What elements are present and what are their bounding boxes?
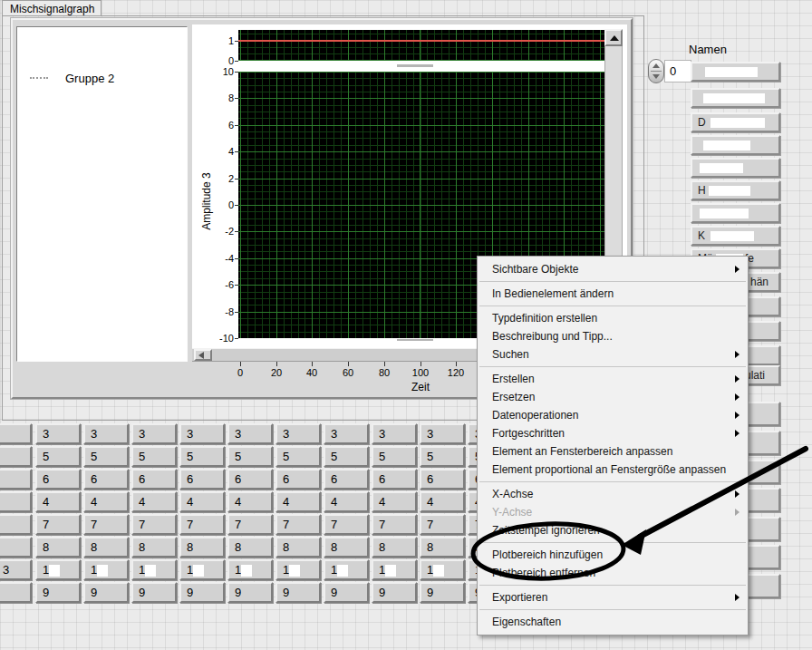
numeric-cell[interactable]: 5 xyxy=(227,446,273,467)
name-string-field[interactable]: H xyxy=(691,180,780,200)
numeric-cell[interactable]: 4 xyxy=(35,491,81,512)
numeric-cell[interactable]: 3 xyxy=(179,423,225,444)
numeric-cell[interactable] xyxy=(0,537,32,558)
menu-item-exportieren[interactable]: Exportieren xyxy=(478,588,748,606)
menu-item-datenoperationen[interactable]: Datenoperationen xyxy=(478,406,748,424)
numeric-cell[interactable]: 9 xyxy=(83,582,129,603)
numeric-cell[interactable]: 4 xyxy=(420,491,465,512)
numeric-cell[interactable]: 3 xyxy=(35,423,81,444)
menu-item-plotbereich-entfernen[interactable]: Plotbereich entfernen xyxy=(478,564,748,582)
plot-divider-handle[interactable] xyxy=(397,339,433,341)
numeric-cell[interactable]: 5 xyxy=(420,446,465,467)
numeric-cell[interactable]: 1 xyxy=(227,559,273,580)
numeric-cell[interactable] xyxy=(0,446,32,467)
numeric-cell[interactable]: 1 xyxy=(324,559,369,580)
numeric-cell[interactable]: 8 xyxy=(83,537,129,558)
numeric-cell[interactable]: 8 xyxy=(276,537,321,558)
menu-item-sichtbare-objekte[interactable]: Sichtbare Objekte xyxy=(478,260,748,278)
numeric-cell[interactable]: 1 xyxy=(83,559,129,580)
numeric-cell[interactable]: 7 xyxy=(372,514,417,535)
numeric-cell[interactable]: 6 xyxy=(324,469,369,490)
numeric-cell[interactable]: 9 xyxy=(227,582,273,603)
numeric-cell[interactable]: 7 xyxy=(131,514,177,535)
plot-divider-handle[interactable] xyxy=(397,64,433,67)
numeric-cell[interactable]: 7 xyxy=(35,514,81,535)
numeric-cell[interactable]: 3 xyxy=(276,423,321,444)
numeric-cell[interactable]: 9 xyxy=(35,582,81,603)
name-string-field[interactable] xyxy=(691,62,780,82)
menu-item-in-bedienelement-ändern[interactable]: In Bedienelement ändern xyxy=(478,285,748,303)
numeric-cell[interactable]: 3 xyxy=(0,559,32,580)
menu-item-element-an-fensterbereich-anpassen[interactable]: Element an Fensterbereich anpassen xyxy=(478,442,748,461)
numeric-cell[interactable]: 5 xyxy=(131,446,177,467)
numeric-cell[interactable]: 6 xyxy=(35,469,81,490)
decrement-icon[interactable] xyxy=(652,74,660,79)
numeric-cell[interactable]: 4 xyxy=(83,491,129,512)
numeric-cell[interactable] xyxy=(0,423,32,444)
numeric-cell[interactable]: 4 xyxy=(131,491,177,512)
numeric-cell[interactable]: 6 xyxy=(131,469,177,490)
numeric-cell[interactable]: 7 xyxy=(276,514,321,535)
numeric-cell[interactable]: 3 xyxy=(83,423,129,444)
numeric-cell[interactable]: 1 xyxy=(372,559,417,580)
menu-item-element-proportional-an-fenstergröße-anpassen[interactable]: Element proportional an Fenstergröße anp… xyxy=(478,461,748,479)
menu-item-x-achse[interactable]: X-Achse xyxy=(478,485,748,503)
menu-item-typdefinition-erstellen[interactable]: Typdefinition erstellen xyxy=(478,309,748,327)
numeric-cell[interactable]: 8 xyxy=(227,537,273,558)
numeric-cell[interactable]: 9 xyxy=(276,582,321,603)
numeric-cell[interactable]: 1 xyxy=(35,559,81,580)
numeric-cell[interactable]: 7 xyxy=(420,514,465,535)
numeric-cell[interactable]: 4 xyxy=(276,491,321,512)
numeric-cell[interactable]: 5 xyxy=(324,446,369,467)
numeric-cell[interactable]: 3 xyxy=(372,423,417,444)
menu-item-eigenschaften[interactable]: Eigenschaften xyxy=(478,613,748,631)
numeric-cell[interactable]: 7 xyxy=(179,514,225,535)
numeric-cell[interactable]: 6 xyxy=(227,469,273,490)
numeric-cell[interactable]: 5 xyxy=(179,446,225,467)
numeric-cell[interactable]: 9 xyxy=(324,582,369,603)
numeric-cell[interactable]: 1 xyxy=(420,559,465,580)
numeric-cell[interactable]: 3 xyxy=(420,423,465,444)
numeric-spinner[interactable] xyxy=(648,59,664,83)
menu-item-plotbereich-hinzufügen[interactable]: Plotbereich hinzufügen xyxy=(478,546,748,564)
numeric-cell[interactable]: 8 xyxy=(324,537,369,558)
numeric-cell[interactable] xyxy=(0,469,32,490)
menu-item-y-achse[interactable]: Y-Achse xyxy=(478,503,748,521)
menu-item-fortgeschritten[interactable]: Fortgeschritten xyxy=(478,424,748,442)
numeric-cell[interactable]: 8 xyxy=(420,537,465,558)
numeric-input[interactable]: 0 xyxy=(664,60,691,82)
numeric-cell[interactable]: 1 xyxy=(131,559,177,580)
numeric-cell[interactable]: 8 xyxy=(179,537,225,558)
numeric-cell[interactable]: 1 xyxy=(179,559,225,580)
numeric-cell[interactable]: 7 xyxy=(83,514,129,535)
numeric-cell[interactable]: 6 xyxy=(276,469,321,490)
name-string-field[interactable]: K xyxy=(691,226,780,246)
numeric-cell[interactable]: 5 xyxy=(83,446,129,467)
name-string-field[interactable] xyxy=(691,135,780,155)
name-string-field[interactable]: D xyxy=(691,112,780,132)
numeric-cell[interactable] xyxy=(0,582,32,603)
legend-item-gruppe-2[interactable]: Gruppe 2 xyxy=(65,72,114,85)
numeric-cell[interactable]: 5 xyxy=(276,446,321,467)
name-string-field[interactable] xyxy=(691,158,780,178)
name-string-field[interactable] xyxy=(691,88,780,108)
name-string-field[interactable] xyxy=(691,203,780,223)
numeric-cell[interactable]: 6 xyxy=(372,469,417,490)
numeric-cell[interactable]: 8 xyxy=(35,537,81,558)
scroll-left-button[interactable] xyxy=(194,349,212,361)
numeric-cell[interactable]: 7 xyxy=(227,514,273,535)
numeric-cell[interactable]: 4 xyxy=(179,491,225,512)
numeric-cell[interactable]: 9 xyxy=(131,582,177,603)
numeric-cell[interactable]: 3 xyxy=(131,423,177,444)
menu-item-beschreibung-und-tipp[interactable]: Beschreibung und Tipp... xyxy=(478,327,748,345)
numeric-cell[interactable]: 6 xyxy=(179,469,225,490)
numeric-cell[interactable]: 6 xyxy=(420,469,465,490)
menu-item-ersetzen[interactable]: Ersetzen xyxy=(478,388,748,406)
menu-item-suchen[interactable]: Suchen xyxy=(478,345,748,364)
numeric-cell[interactable]: 4 xyxy=(372,491,417,512)
numeric-cell[interactable]: 9 xyxy=(420,582,465,603)
numeric-cell[interactable] xyxy=(0,514,32,535)
menu-item-zeitstempel-ignorieren[interactable]: Zeitstempel ignorieren xyxy=(478,521,748,539)
numeric-cell[interactable]: 5 xyxy=(372,446,417,467)
numeric-cell[interactable]: 6 xyxy=(83,469,129,490)
